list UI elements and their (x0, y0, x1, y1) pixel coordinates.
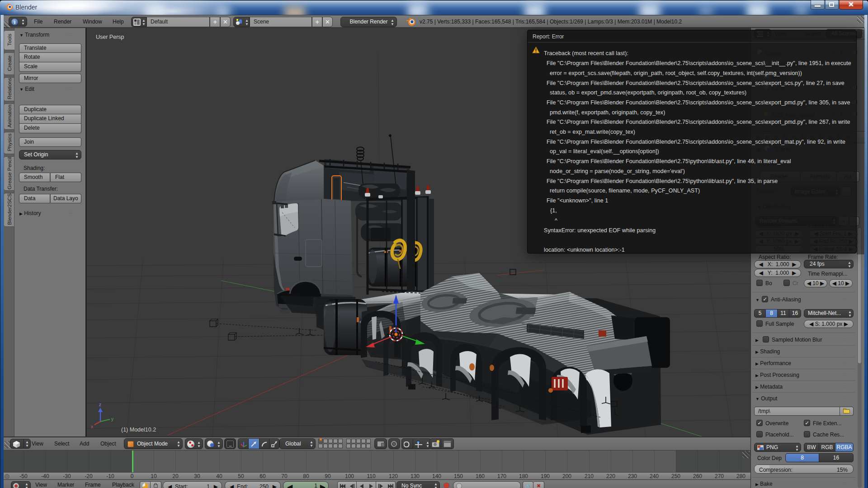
svg-text:y: y (111, 417, 113, 422)
svg-text:User Persp: User Persp (96, 34, 124, 40)
svg-text:x: x (91, 424, 93, 429)
svg-text:z: z (99, 402, 101, 407)
svg-text:(1) Model10.2: (1) Model10.2 (121, 427, 156, 433)
